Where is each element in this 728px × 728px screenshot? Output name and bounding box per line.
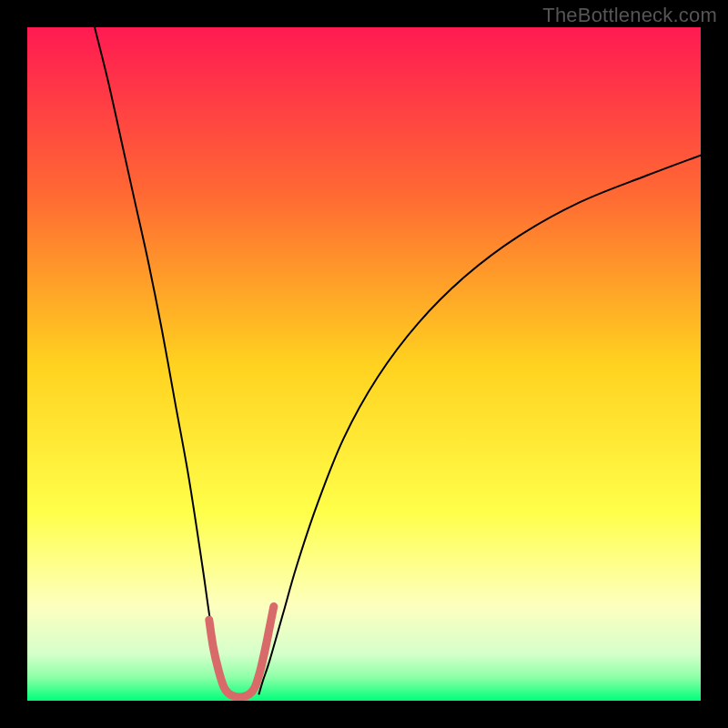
outer-frame: TheBottleneck.com: [0, 0, 728, 728]
watermark-text: TheBottleneck.com: [542, 4, 717, 27]
plot-area: [27, 27, 701, 701]
series-bottleneck-curve-right: [259, 156, 701, 694]
series-bottleneck-curve-left: [95, 27, 227, 694]
series-ideal-zone-u: [209, 606, 274, 697]
chart-curves: [27, 27, 701, 701]
